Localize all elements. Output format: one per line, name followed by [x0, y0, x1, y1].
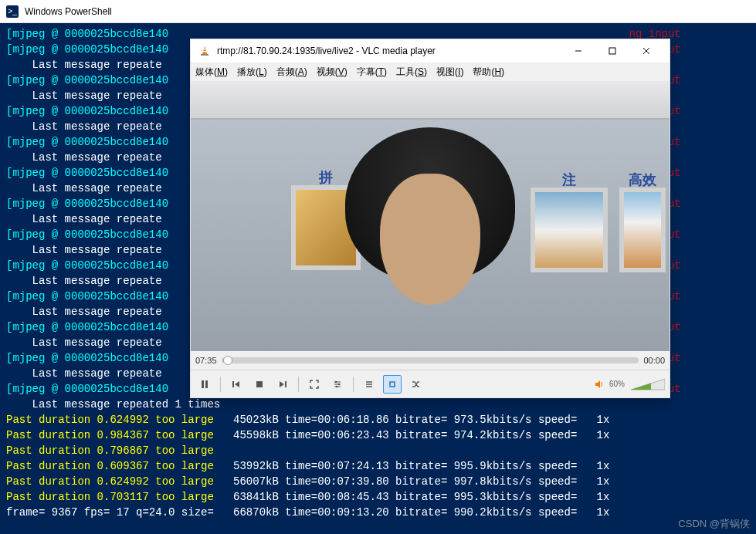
svg-marker-26 [595, 380, 600, 388]
fullscreen-button[interactable] [305, 375, 324, 394]
svg-rect-3 [203, 51, 206, 52]
video-area[interactable]: 拼 注 高效 [191, 81, 670, 351]
vlc-window: rtmp://81.70.90.24:1935/live/live2 - VLC… [190, 39, 670, 398]
volume-percent: 60% [609, 380, 625, 388]
menu-item[interactable]: 视图(I) [436, 66, 463, 79]
separator [298, 377, 299, 392]
svg-point-20 [336, 385, 338, 387]
terminal-line: Past duration 0.796867 too large [6, 443, 750, 458]
terminal-line: Last message repeated 1 times [6, 397, 750, 412]
svg-rect-8 [202, 380, 204, 388]
svg-rect-1 [201, 54, 208, 56]
svg-rect-2 [204, 49, 206, 50]
extended-settings-button[interactable] [328, 375, 347, 394]
time-remaining[interactable]: 00:00 [643, 356, 665, 365]
terminal-line: Past duration 0.624992 too large 45023kB… [6, 412, 750, 428]
menu-item[interactable]: 工具(S) [396, 66, 427, 79]
vlc-titlebar[interactable]: rtmp://81.70.90.24:1935/live/live2 - VLC… [191, 39, 670, 63]
svg-marker-0 [202, 46, 207, 54]
vlc-title: rtmp://81.70.90.24:1935/live/live2 - VLC… [217, 46, 561, 56]
menu-item[interactable]: 媒体(M) [195, 66, 228, 79]
volume-slider[interactable] [631, 377, 665, 391]
menu-item[interactable]: 播放(L) [237, 66, 267, 79]
svg-rect-5 [609, 48, 615, 54]
svg-rect-10 [232, 381, 234, 387]
video-content [380, 174, 480, 305]
terminal-line: Past duration 0.984367 too large 45598kB… [6, 428, 750, 443]
separator [353, 377, 354, 392]
svg-rect-14 [285, 381, 286, 387]
powershell-title: Windows PowerShell [25, 6, 112, 17]
control-bar: 60% [191, 370, 670, 397]
menu-item[interactable]: 帮助(H) [473, 66, 504, 79]
menu-item[interactable]: 字幕(T) [357, 66, 387, 79]
playlist-button[interactable] [360, 375, 378, 394]
maximize-button[interactable] [595, 39, 629, 63]
time-elapsed[interactable]: 07:35 [195, 356, 217, 365]
vlc-menubar: 媒体(M)播放(L)音频(A)视频(V)字幕(T)工具(S)视图(I)帮助(H) [191, 63, 670, 81]
menu-item[interactable]: 音频(A) [276, 66, 307, 79]
watermark: CSDN @背锅侠 [678, 517, 750, 531]
terminal-line: frame= 9367 fps= 17 q=24.0 size= 66870kB… [6, 505, 750, 520]
stop-button[interactable] [250, 375, 269, 394]
video-content [191, 81, 670, 120]
menu-item[interactable]: 视频(V) [317, 66, 347, 79]
svg-marker-11 [235, 381, 239, 387]
loop-button[interactable] [383, 375, 402, 394]
terminal-line: Past duration 0.609367 too large 53992kB… [6, 458, 750, 474]
svg-point-18 [335, 380, 337, 383]
svg-rect-9 [205, 380, 208, 388]
previous-button[interactable] [227, 375, 246, 394]
powershell-titlebar[interactable]: >_ Windows PowerShell [0, 0, 756, 23]
powershell-icon: >_ [6, 5, 19, 18]
vlc-cone-icon [198, 45, 211, 57]
video-content: 高效 [619, 188, 666, 272]
speaker-icon[interactable] [594, 379, 605, 390]
seek-bar-row: 07:35 00:00 [191, 351, 670, 370]
pause-button[interactable] [195, 375, 214, 394]
svg-marker-13 [280, 381, 284, 387]
seek-thumb[interactable] [223, 356, 232, 365]
shuffle-button[interactable] [406, 375, 425, 394]
terminal-line: Past duration 0.703117 too large 63841kB… [6, 489, 750, 505]
minimize-button[interactable] [561, 39, 595, 63]
svg-rect-12 [256, 381, 263, 387]
next-button[interactable] [273, 375, 292, 394]
svg-point-19 [338, 383, 341, 385]
close-button[interactable] [629, 39, 663, 63]
seek-slider[interactable] [222, 357, 639, 363]
video-content: 注 [531, 188, 608, 272]
separator [220, 377, 221, 392]
terminal-line: Past duration 0.624992 too large 56007kB… [6, 474, 750, 489]
